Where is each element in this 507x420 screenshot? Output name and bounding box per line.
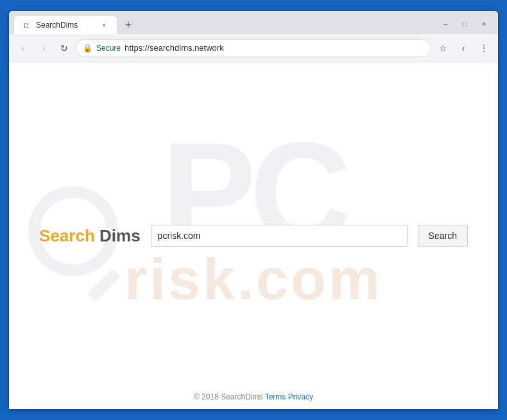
- page-content: PC risk.com Search Dims Search © 2018 Se…: [9, 62, 498, 409]
- lock-icon: 🔒: [83, 44, 92, 53]
- window-controls: – □ ×: [436, 17, 493, 34]
- new-tab-button[interactable]: +: [119, 16, 137, 34]
- bookmark-button[interactable]: ☆: [434, 39, 452, 57]
- close-button[interactable]: ×: [475, 17, 493, 30]
- page-footer: © 2018 SearchDims Terms Privacy: [9, 392, 498, 401]
- brand-search-text: Search: [39, 226, 95, 245]
- url-display: https://searchdims.network: [125, 43, 224, 53]
- tab-page-icon: 🗋: [22, 21, 31, 30]
- search-button[interactable]: Search: [418, 225, 468, 247]
- watermark: PC risk.com: [9, 62, 498, 383]
- search-input[interactable]: [151, 225, 408, 247]
- search-section: Search Dims Search: [39, 225, 468, 247]
- nav-back-arrow[interactable]: ‹: [454, 39, 472, 57]
- secure-label: Secure: [96, 44, 121, 53]
- refresh-button[interactable]: ↻: [55, 39, 73, 57]
- title-bar: 🗋 SearchDims × + – □ ×: [9, 11, 498, 34]
- footer-terms-link[interactable]: Terms: [265, 392, 286, 401]
- address-bar[interactable]: 🔒 Secure https://searchdims.network: [76, 39, 431, 57]
- footer-privacy-link[interactable]: Privacy: [288, 392, 313, 401]
- brand-dims-text: Dims: [99, 226, 141, 245]
- forward-button[interactable]: ›: [35, 39, 53, 57]
- tab-close-button[interactable]: ×: [99, 20, 109, 30]
- nav-bar: ‹ › ↻ 🔒 Secure https://searchdims.networ…: [9, 34, 498, 62]
- magnifier-handle: [87, 269, 121, 302]
- brand-logo: Search Dims: [39, 226, 141, 246]
- menu-button[interactable]: ⋮: [475, 39, 493, 57]
- back-button[interactable]: ‹: [14, 39, 32, 57]
- browser-window: 🗋 SearchDims × + – □ × ‹ › ↻ 🔒 Secure ht…: [9, 11, 498, 409]
- maximize-button[interactable]: □: [456, 17, 474, 30]
- watermark-risk: risk.com: [125, 247, 382, 313]
- minimize-button[interactable]: –: [436, 17, 454, 30]
- active-tab[interactable]: 🗋 SearchDims ×: [14, 16, 117, 34]
- footer-copyright: © 2018 SearchDims: [194, 392, 263, 401]
- tab-title: SearchDims: [36, 21, 78, 30]
